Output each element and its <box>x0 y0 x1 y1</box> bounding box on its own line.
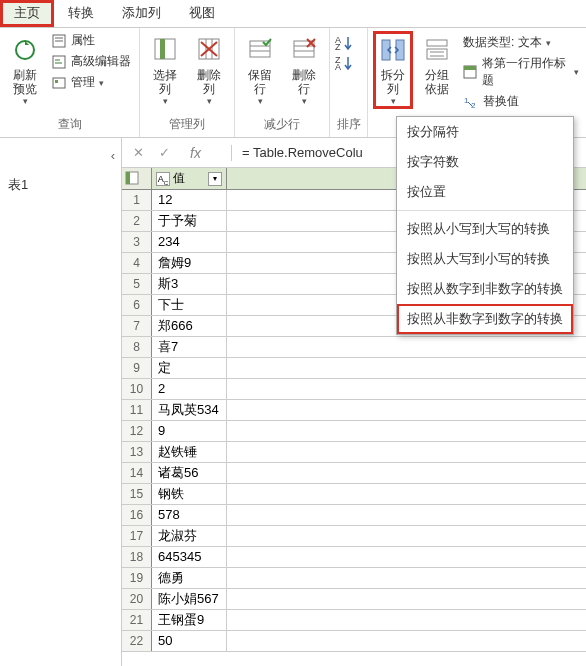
ribbon-group-reduce-rows: 保留行 ▾ 删除行 ▾ 减少行 <box>235 28 330 137</box>
split-column-button[interactable]: 拆分列 ▾ <box>373 31 413 109</box>
cell[interactable]: 王钢蛋9 <box>152 610 227 630</box>
cell[interactable]: 12 <box>152 190 227 210</box>
table-row[interactable]: 14诸葛56 <box>122 463 586 484</box>
tab-view[interactable]: 视图 <box>175 0 229 27</box>
svg-rect-10 <box>160 39 165 59</box>
cell[interactable]: 于予菊 <box>152 211 227 231</box>
row-number: 8 <box>122 337 152 357</box>
table-row[interactable]: 13赵铁锤 <box>122 442 586 463</box>
select-all-corner[interactable] <box>122 168 152 189</box>
remove-rows-button[interactable]: 删除行 ▾ <box>284 31 324 109</box>
keep-rows-button[interactable]: 保留行 ▾ <box>240 31 280 109</box>
cell[interactable]: 马凤英534 <box>152 400 227 420</box>
row-number: 3 <box>122 232 152 252</box>
remove-rows-icon <box>288 34 320 66</box>
menu-upper-to-lower[interactable]: 按照从大写到小写的转换 <box>397 244 573 274</box>
cell[interactable]: 德勇 <box>152 568 227 588</box>
cell[interactable]: 诸葛56 <box>152 463 227 483</box>
cell[interactable]: 赵铁锤 <box>152 442 227 462</box>
accept-formula-icon[interactable]: ✓ <box>156 145 172 161</box>
ribbon-group-sort: AZ ZA 排序 <box>330 28 368 137</box>
sort-asc-button[interactable]: AZ <box>335 35 355 51</box>
cell[interactable]: 喜7 <box>152 337 227 357</box>
cell[interactable]: 645345 <box>152 547 227 567</box>
svg-rect-39 <box>126 172 130 184</box>
column-filter-icon[interactable]: ▾ <box>208 172 222 186</box>
fx-icon: fx <box>182 145 201 161</box>
cell[interactable]: 50 <box>152 631 227 651</box>
cell[interactable]: 钢铁 <box>152 484 227 504</box>
select-columns-button[interactable]: 选择列 ▾ <box>145 31 185 109</box>
cell[interactable]: 詹姆9 <box>152 253 227 273</box>
table-row[interactable]: 129 <box>122 421 586 442</box>
row-number: 21 <box>122 610 152 630</box>
cell[interactable]: 斯3 <box>152 274 227 294</box>
chevron-down-icon: ▾ <box>23 96 28 106</box>
tab-home[interactable]: 主页 <box>0 0 54 27</box>
menu-separator <box>397 210 573 211</box>
advanced-editor-button[interactable]: 高级编辑器 <box>49 52 133 71</box>
cell[interactable]: 234 <box>152 232 227 252</box>
cell[interactable]: 龙淑芬 <box>152 526 227 546</box>
table-row[interactable]: 15钢铁 <box>122 484 586 505</box>
table-row[interactable]: 102 <box>122 379 586 400</box>
table-row[interactable]: 9定 <box>122 358 586 379</box>
remove-columns-button[interactable]: 删除列 ▾ <box>189 31 229 109</box>
cell[interactable]: 下士 <box>152 295 227 315</box>
manage-button[interactable]: 管理 ▾ <box>49 73 133 92</box>
properties-icon <box>51 33 67 49</box>
column-header[interactable]: AC 值 ▾ <box>152 168 227 189</box>
cell[interactable]: 定 <box>152 358 227 378</box>
table-row[interactable]: 2250 <box>122 631 586 652</box>
refresh-preview-button[interactable]: 刷新预览 ▾ <box>5 31 45 109</box>
menu-digit-to-nondigit[interactable]: 按照从数字到非数字的转换 <box>397 274 573 304</box>
cell[interactable]: 578 <box>152 505 227 525</box>
table-row[interactable]: 16578 <box>122 505 586 526</box>
table-row[interactable]: 8喜7 <box>122 337 586 358</box>
collapse-panel-icon[interactable]: ‹ <box>111 148 115 163</box>
cell[interactable]: 陈小娟567 <box>152 589 227 609</box>
svg-rect-8 <box>55 80 58 83</box>
menu-by-delimiter[interactable]: 按分隔符 <box>397 117 573 147</box>
table-row[interactable]: 11马凤英534 <box>122 400 586 421</box>
svg-rect-7 <box>53 78 65 88</box>
menu-by-char-count[interactable]: 按字符数 <box>397 147 573 177</box>
row-number: 11 <box>122 400 152 420</box>
chevron-down-icon: ▾ <box>302 96 307 106</box>
remove-columns-icon <box>193 34 225 66</box>
cell[interactable]: 2 <box>152 379 227 399</box>
tab-transform[interactable]: 转换 <box>54 0 108 27</box>
row-number: 10 <box>122 379 152 399</box>
row-number: 14 <box>122 463 152 483</box>
table-row[interactable]: 17龙淑芬 <box>122 526 586 547</box>
table-row[interactable]: 20陈小娟567 <box>122 589 586 610</box>
sort-desc-button[interactable]: ZA <box>335 55 355 71</box>
row-number: 13 <box>122 442 152 462</box>
svg-text:1: 1 <box>464 96 469 105</box>
row-number: 2 <box>122 211 152 231</box>
replace-values-button[interactable]: 12 替换值 <box>461 92 581 111</box>
group-label-sort: 排序 <box>335 114 362 137</box>
column-name: 值 <box>173 170 185 187</box>
group-by-button[interactable]: 分组依据 <box>417 31 457 99</box>
table-row[interactable]: 19德勇 <box>122 568 586 589</box>
first-row-headers-button[interactable]: 将第一行用作标题 ▾ <box>461 54 581 90</box>
table-row[interactable]: 21王钢蛋9 <box>122 610 586 631</box>
menu-nondigit-to-digit[interactable]: 按照从非数字到数字的转换 <box>397 304 573 334</box>
menu-lower-to-upper[interactable]: 按照从小写到大写的转换 <box>397 214 573 244</box>
query-item[interactable]: 表1 <box>0 173 121 197</box>
menu-by-position[interactable]: 按位置 <box>397 177 573 207</box>
table-row[interactable]: 18645345 <box>122 547 586 568</box>
keep-rows-icon <box>244 34 276 66</box>
group-by-icon <box>421 34 453 66</box>
properties-button[interactable]: 属性 <box>49 31 133 50</box>
svg-text:Z: Z <box>335 42 341 51</box>
text-type-icon: AC <box>156 172 170 186</box>
datatype-button[interactable]: 数据类型: 文本 ▾ <box>461 33 581 52</box>
cell[interactable]: 9 <box>152 421 227 441</box>
row-number: 17 <box>122 526 152 546</box>
cell[interactable]: 郑666 <box>152 316 227 336</box>
tab-add-column[interactable]: 添加列 <box>108 0 175 27</box>
group-label-reduce-rows: 减少行 <box>240 114 324 137</box>
cancel-formula-icon[interactable]: ✕ <box>130 145 146 161</box>
